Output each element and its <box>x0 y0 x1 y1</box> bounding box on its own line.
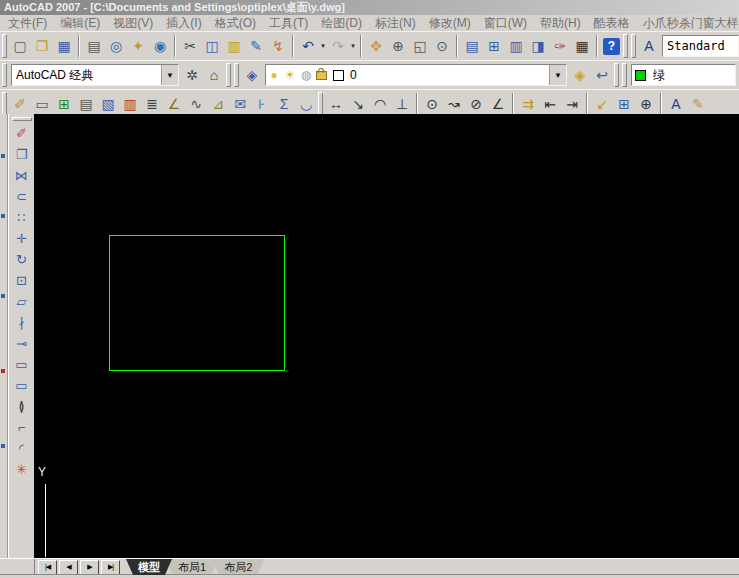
menu-tools[interactable]: 工具(T) <box>269 15 308 31</box>
redo-icon[interactable]: ↷ <box>328 36 348 56</box>
custom-tool-9-icon[interactable]: ∿ <box>186 94 206 114</box>
toolbar-grip[interactable] <box>234 63 239 87</box>
tab-layout1[interactable]: 布局1 <box>166 559 218 575</box>
aligned-dimension-icon[interactable]: ↘ <box>348 94 368 114</box>
custom-tool-8-icon[interactable]: ∠ <box>164 94 184 114</box>
make-object-layer-current-icon[interactable]: ◈ <box>570 65 590 85</box>
tab-model[interactable]: 模型 <box>126 559 172 575</box>
custom-tool-10-icon[interactable]: ⊿ <box>208 94 228 114</box>
mirror-icon[interactable]: ⋈ <box>12 166 32 186</box>
tool-palettes-icon[interactable]: ▥ <box>506 36 526 56</box>
custom-tool-7-icon[interactable]: ≣ <box>142 94 162 114</box>
custom-tool-11-icon[interactable]: ✉ <box>230 94 250 114</box>
menu-cool-table[interactable]: 酷表格 <box>594 15 630 31</box>
tab-layout2[interactable]: 布局2 <box>212 559 264 575</box>
tab-previous-button[interactable]: ◀ <box>59 560 78 575</box>
custom-tool-14-icon[interactable]: ◡ <box>296 94 316 114</box>
scale-icon[interactable]: ⊡ <box>12 271 32 291</box>
linear-dimension-icon[interactable]: ↔ <box>326 94 346 114</box>
stretch-icon[interactable]: ▱ <box>12 292 32 312</box>
menu-modify[interactable]: 修改(M) <box>429 15 471 31</box>
plot-preview-icon[interactable]: ◎ <box>106 36 126 56</box>
quick-dimension-icon[interactable]: ⇉ <box>518 94 538 114</box>
menu-file[interactable]: 文件(F) <box>8 15 47 31</box>
quick-leader-icon[interactable]: ↙ <box>592 94 612 114</box>
dimension-text-edit-icon[interactable]: ✎ <box>688 94 708 114</box>
offset-icon[interactable]: ⊂ <box>12 187 32 207</box>
menu-draw[interactable]: 绘图(D) <box>321 15 362 31</box>
custom-tool-4-icon[interactable]: ▤ <box>76 94 96 114</box>
menu-format[interactable]: 格式(O) <box>215 15 256 31</box>
copy-object-icon[interactable]: ❐ <box>12 145 32 165</box>
layer-combo[interactable]: ●☀◍0 ▼ <box>265 64 567 86</box>
array-icon[interactable]: ∷ <box>12 208 32 228</box>
custom-tool-12-icon[interactable]: ⊦ <box>252 94 272 114</box>
custom-tool-5-icon[interactable]: ▧ <box>98 94 118 114</box>
plot-icon[interactable]: ▤ <box>84 36 104 56</box>
toolbar-grip[interactable] <box>2 63 7 87</box>
dimension-edit-icon[interactable]: A <box>666 94 686 114</box>
layer-previous-icon[interactable]: ↩ <box>592 65 612 85</box>
workspace-combo-arrow[interactable]: ▼ <box>161 65 178 85</box>
chamfer-icon[interactable]: ⌐ <box>12 418 32 438</box>
center-mark-icon[interactable]: ⊕ <box>636 94 656 114</box>
toolbar-grip[interactable] <box>614 63 619 87</box>
toolbar-grip[interactable] <box>622 63 627 87</box>
rotate-icon[interactable]: ↻ <box>12 250 32 270</box>
help-icon[interactable]: ? <box>603 38 620 55</box>
tab-first-button[interactable]: |◀ <box>38 560 57 575</box>
zoom-previous-icon[interactable]: ⊙ <box>432 36 452 56</box>
publish-icon[interactable]: ✦ <box>128 36 148 56</box>
join-icon[interactable]: ≬ <box>12 397 32 417</box>
explode-icon[interactable]: ✳ <box>12 460 32 480</box>
menu-window[interactable]: 窗口(W) <box>484 15 527 31</box>
zoom-window-icon[interactable]: ◱ <box>410 36 430 56</box>
toolbar-grip[interactable] <box>631 34 636 58</box>
layer-properties-manager-icon[interactable]: ◈ <box>242 65 262 85</box>
toolbar-grip[interactable] <box>318 92 323 116</box>
copy-clip-icon[interactable]: ◫ <box>202 36 222 56</box>
menu-insert[interactable]: 插入(I) <box>166 15 201 31</box>
cut-icon[interactable]: ✂ <box>180 36 200 56</box>
custom-tool-3-icon[interactable]: ⊞ <box>54 94 74 114</box>
fillet-icon[interactable]: ◜ <box>12 439 32 459</box>
sheet-set-manager-icon[interactable]: ◨ <box>528 36 548 56</box>
match-properties-icon[interactable]: ✎ <box>246 36 266 56</box>
diameter-dimension-icon[interactable]: ⊘ <box>466 94 486 114</box>
baseline-dimension-icon[interactable]: ⇤ <box>540 94 560 114</box>
drawing-canvas[interactable]: Y <box>34 114 739 558</box>
custom-tool-13-icon[interactable]: Σ <box>274 94 294 114</box>
menu-xiaozhua-plugin[interactable]: 小爪秒杀门窗大样2010 <box>643 15 739 31</box>
tab-last-button[interactable]: ▶| <box>101 560 120 575</box>
menu-view[interactable]: 视图(V) <box>113 15 153 31</box>
3d-dwf-icon[interactable]: ◉ <box>150 36 170 56</box>
continue-dimension-icon[interactable]: ⇥ <box>562 94 582 114</box>
tolerance-icon[interactable]: ⊞ <box>614 94 634 114</box>
undo-icon-dropdown[interactable]: ▾ <box>319 42 327 50</box>
zoom-realtime-icon[interactable]: ⊕ <box>388 36 408 56</box>
menu-dimension[interactable]: 标注(N) <box>375 15 416 31</box>
paste-icon[interactable]: ▥ <box>224 36 244 56</box>
properties-palette-icon[interactable]: ▤ <box>462 36 482 56</box>
jogged-dimension-icon[interactable]: ↝ <box>444 94 464 114</box>
radius-dimension-icon[interactable]: ⊙ <box>422 94 442 114</box>
undo-icon[interactable]: ↶ <box>298 36 318 56</box>
open-icon[interactable]: ❐ <box>32 36 52 56</box>
toolbar-grip[interactable] <box>2 92 7 116</box>
extend-icon[interactable]: ⊸ <box>12 334 32 354</box>
text-style-combo[interactable]: Standard <box>662 35 739 57</box>
menu-help[interactable]: 帮助(H) <box>540 15 581 31</box>
ordinate-dimension-icon[interactable]: ⊥ <box>392 94 412 114</box>
arc-length-icon[interactable]: ◠ <box>370 94 390 114</box>
my-workspace-icon[interactable]: ⌂ <box>204 65 224 85</box>
redo-icon-dropdown[interactable]: ▾ <box>349 42 357 50</box>
toolbar-grip[interactable] <box>2 34 7 58</box>
menu-edit[interactable]: 编辑(E) <box>60 15 100 31</box>
toolbar-grip[interactable] <box>623 34 628 58</box>
designcenter-icon[interactable]: ⊞ <box>484 36 504 56</box>
block-editor-icon[interactable]: ↯ <box>268 36 288 56</box>
workspace-settings-icon[interactable]: ✲ <box>182 65 202 85</box>
pan-icon[interactable]: ✥ <box>366 36 386 56</box>
erase-icon[interactable]: ✐ <box>12 124 32 144</box>
toolbar-grip[interactable] <box>226 63 231 87</box>
